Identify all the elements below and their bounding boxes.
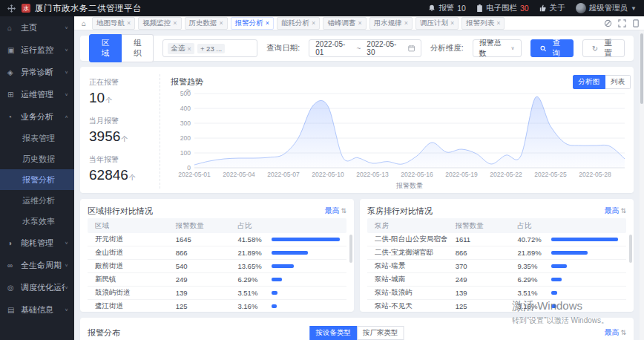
cell-ratio: 13.65% xyxy=(237,262,346,270)
avatar xyxy=(576,3,586,13)
sidebar-item-调度优化运行[interactable]: ◎调度优化运行∨ xyxy=(0,276,74,298)
distribution-option-按设备类型[interactable]: 按设备类型 xyxy=(310,326,358,340)
alarm-indicator[interactable]: 报警 10 xyxy=(428,3,466,13)
ratio-bar xyxy=(551,304,556,308)
ratio-bar xyxy=(272,238,339,241)
remove-tag-icon[interactable]: × xyxy=(187,45,191,53)
svg-text:300: 300 xyxy=(180,120,191,127)
sidebar-subitem-运维分析[interactable]: 运维分析 xyxy=(0,190,74,211)
table-row[interactable]: 泵站-城南2496.29% xyxy=(367,273,626,287)
tab-label: 用水规律 xyxy=(374,19,402,28)
view-option-分析图[interactable]: 分析图 xyxy=(573,75,606,89)
region-multiselect[interactable]: 全选 × + 23 ... xyxy=(162,39,257,57)
sidebar-item-主页[interactable]: ⌂主页∨ xyxy=(0,16,74,39)
ratio-bar xyxy=(551,264,567,268)
table-row[interactable]: 殿前街道54013.65% xyxy=(88,260,346,273)
sidebar-item-能耗管理[interactable]: ◑能耗管理∨ xyxy=(0,232,74,254)
area-chart: 0100200300400500个2022-05-012022-05-04202… xyxy=(171,89,631,193)
sidebar-subitem-报表管理[interactable]: 报表管理 xyxy=(0,128,74,148)
scope-toggle: 区域组织 xyxy=(89,34,154,62)
about-button[interactable]: 关于 xyxy=(539,3,565,13)
selected-tag[interactable]: 全选 × xyxy=(168,43,194,54)
sidebar-item-基础信息[interactable]: ▤基础信息∨ xyxy=(0,298,74,321)
scrollbar-thumb[interactable] xyxy=(640,33,643,104)
fullscreen-icon[interactable] xyxy=(618,19,626,27)
distribution-option-按厂家类型[interactable]: 按厂家类型 xyxy=(357,326,404,340)
cell-name: 开元街道 xyxy=(88,235,176,244)
search-button[interactable]: 查询 xyxy=(530,39,574,57)
close-icon[interactable]: × xyxy=(404,19,408,27)
tab-报警列表[interactable]: 报警列表× xyxy=(461,17,505,30)
table-row[interactable]: 鹭江街道1253.16% xyxy=(88,300,346,312)
table-row[interactable]: 开元街道164541.58% xyxy=(88,233,346,246)
page-scrollbar[interactable] xyxy=(640,30,644,340)
tab-报警分析[interactable]: 报警分析× xyxy=(231,17,274,30)
tab-地图导航[interactable]: 地图导航× xyxy=(92,17,135,30)
table-row[interactable]: 泵站-瑞景3709.35% xyxy=(367,260,626,273)
close-icon[interactable]: × xyxy=(266,19,269,27)
rank-sort-link[interactable]: 最高⇅ xyxy=(604,206,626,216)
view-option-列表[interactable]: 列表 xyxy=(605,75,631,89)
more-tags-chip[interactable]: + 23 ... xyxy=(197,44,225,53)
tab-能耗分析[interactable]: 能耗分析× xyxy=(277,17,320,30)
cell-ratio: 3.51% xyxy=(517,289,626,297)
cell-count: 139 xyxy=(176,289,238,297)
ratio-text: 3.16% xyxy=(517,302,551,310)
sidebar-item-全生命周期[interactable]: ∞全生命周期∨ xyxy=(0,254,74,276)
table-row[interactable]: 鼓浪屿街道1393.51% xyxy=(88,287,346,300)
alarm-distribution-card: 报警分布 按设备类型按厂家类型 最高 ⇅ xyxy=(80,318,634,340)
tab-调压计划[interactable]: 调压计划× xyxy=(415,17,459,30)
sidebar-item-异常诊断[interactable]: ◈异常诊断∨ xyxy=(0,61,74,83)
tab-视频监控[interactable]: 视频监控× xyxy=(138,17,181,30)
close-icon[interactable]: × xyxy=(312,19,315,27)
close-icon[interactable]: × xyxy=(173,19,177,27)
svg-text:2022-05-04: 2022-05-04 xyxy=(223,171,255,178)
close-icon[interactable]: × xyxy=(496,19,500,27)
close-icon[interactable]: × xyxy=(450,19,454,27)
svg-text:2022-05-22: 2022-05-22 xyxy=(490,171,522,178)
reset-button[interactable]: ↻ 重置 xyxy=(582,39,625,57)
table-row[interactable]: 金山街道86621.89% xyxy=(88,246,346,260)
table-row[interactable]: 新民镇2496.29% xyxy=(88,273,346,287)
sidebar-subitem-水泵效率[interactable]: 水泵效率 xyxy=(0,211,74,232)
table-row[interactable]: 二供-阳台山公安局宿舍161140.72% xyxy=(367,233,626,246)
ratio-text: 3.51% xyxy=(517,289,551,297)
clear-tabs-icon[interactable] xyxy=(604,19,612,27)
table-row[interactable]: 二供-宝龙御湖官邸86621.89% xyxy=(367,246,626,260)
close-icon[interactable]: × xyxy=(358,19,361,27)
dimension-select[interactable]: 报警总数 ∨ xyxy=(473,39,522,57)
sidebar-item-业务分析[interactable]: ◔业务分析∧ xyxy=(0,105,74,128)
tab-历史数据[interactable]: 历史数据× xyxy=(185,17,228,30)
lifecycle-icon: ∞ xyxy=(7,261,17,269)
user-menu[interactable]: 超级管理员 ▼ xyxy=(576,3,637,13)
fence-indicator[interactable]: 电子围栏 30 xyxy=(476,3,529,13)
chevron-down-icon: ∨ xyxy=(65,92,68,97)
date-end[interactable]: 2022-05-30 xyxy=(367,40,401,56)
sidebar-item-运维管理[interactable]: ⊞运维管理∨ xyxy=(0,83,74,105)
layout-icon[interactable] xyxy=(632,19,640,27)
date-start[interactable]: 2022-05-01 xyxy=(315,40,350,56)
sidebar-subitem-报警分析[interactable]: 报警分析 xyxy=(0,169,74,190)
table-row[interactable]: 泵站-不见天1253.16% xyxy=(367,300,626,312)
close-icon[interactable]: × xyxy=(127,19,131,27)
move-icon[interactable] xyxy=(7,4,16,13)
home-tab[interactable]: ⌂ xyxy=(79,19,89,27)
distribution-sort-link[interactable]: 最高 ⇅ xyxy=(604,327,626,338)
sidebar-subitem-历史数据[interactable]: 历史数据 xyxy=(0,148,74,169)
scope-option-组织[interactable]: 组织 xyxy=(122,34,154,62)
date-range-picker[interactable]: 2022-05-01 ~ 2022-05-30 xyxy=(309,39,421,57)
rank-sort-link[interactable]: 最高⇅ xyxy=(324,206,346,216)
fence-count: 30 xyxy=(520,4,529,13)
column-header: 占比 xyxy=(517,221,626,231)
ratio-text: 13.65% xyxy=(237,262,272,270)
table-scrollbar-thumb[interactable] xyxy=(349,235,352,263)
scope-option-区域[interactable]: 区域 xyxy=(89,34,122,62)
tab-错峰调蓄[interactable]: 错峰调蓄× xyxy=(323,17,366,30)
tabs: 地图导航×视频监控×历史数据×报警分析×能耗分析×错峰调蓄×用水规律×调压计划×… xyxy=(92,17,505,30)
close-icon[interactable]: × xyxy=(220,19,223,27)
table-row[interactable]: 泵站-鼓浪屿1393.51% xyxy=(367,287,626,300)
table-scrollbar-thumb[interactable] xyxy=(629,235,632,263)
tab-用水规律[interactable]: 用水规律× xyxy=(369,17,413,30)
sidebar-item-运行监控[interactable]: ▣运行监控∨ xyxy=(0,39,74,61)
chevron-down-icon: ∨ xyxy=(65,48,68,52)
